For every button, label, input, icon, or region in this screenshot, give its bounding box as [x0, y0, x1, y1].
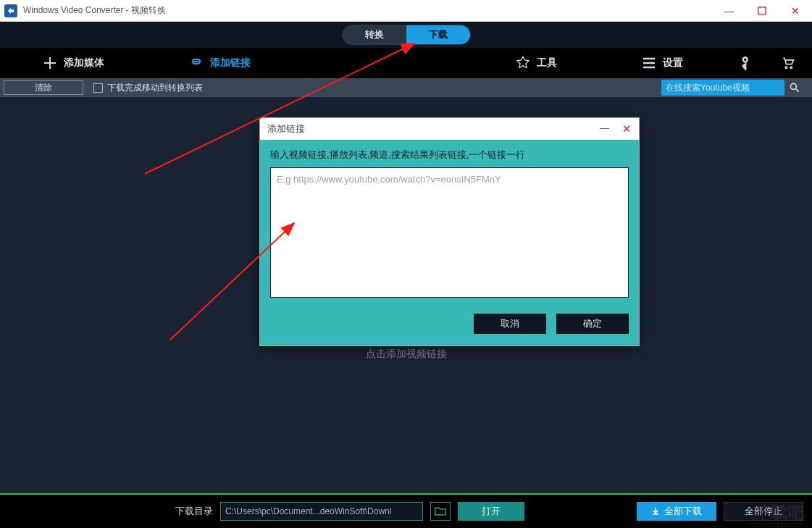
- add-link-button[interactable]: 添加链接: [175, 48, 264, 78]
- window-title: Windows Video Converter - 视频转换: [23, 4, 166, 17]
- dialog-note: 输入视频链接,播放列表,频道,搜索结果列表链接,一个链接一行: [270, 148, 629, 162]
- mode-download[interactable]: 下载: [406, 25, 470, 44]
- maximize-button[interactable]: [745, 0, 779, 22]
- clear-button[interactable]: 清除: [4, 80, 83, 95]
- minimize-button[interactable]: —: [712, 0, 745, 22]
- dialog-titlebar: 添加链接 — ✕: [260, 118, 639, 140]
- download-all-label: 全部下载: [664, 505, 702, 518]
- toolbar: 添加媒体 添加链接 工具 设置: [0, 48, 812, 78]
- tools-label: 工具: [537, 56, 557, 70]
- close-button[interactable]: ✕: [779, 0, 812, 22]
- star-icon: [515, 55, 531, 71]
- checkbox-box: [93, 83, 103, 93]
- subbar: 清除 下载完成移动到转换列表: [0, 78, 812, 97]
- add-media-button[interactable]: 添加媒体: [29, 48, 117, 78]
- move-after-download-checkbox[interactable]: 下载完成移动到转换列表: [93, 82, 203, 94]
- move-after-download-label: 下载完成移动到转换列表: [107, 82, 203, 94]
- search-wrap: [661, 80, 805, 96]
- cancel-button[interactable]: 取消: [474, 314, 546, 334]
- open-folder-button[interactable]: 打开: [458, 502, 524, 521]
- tools-button[interactable]: 工具: [502, 48, 570, 78]
- window-controls: — ✕: [712, 0, 812, 22]
- watermark-url: www.xiazaiba.com: [750, 521, 803, 528]
- download-path-field[interactable]: C:\Users\pc\Document...deoWinSoft\Downl: [220, 502, 423, 521]
- link-icon: [188, 55, 204, 71]
- titlebar: Windows Video Converter - 视频转换 — ✕: [0, 0, 812, 22]
- mode-convert[interactable]: 转换: [343, 25, 406, 44]
- download-all-button[interactable]: 全部下载: [637, 502, 716, 521]
- bottombar: 下载目录 C:\Users\pc\Document...deoWinSoft\D…: [0, 495, 812, 528]
- dialog-close-button[interactable]: ✕: [622, 122, 632, 135]
- add-link-hint: 点击添加视频链接: [366, 348, 447, 361]
- menu-icon: [641, 55, 657, 71]
- mode-switcher: 转换 下载: [342, 25, 471, 45]
- dialog-minimize-button[interactable]: —: [600, 122, 609, 135]
- download-icon: [651, 507, 660, 516]
- browse-folder-button[interactable]: [430, 502, 451, 521]
- cart-icon: [780, 55, 796, 71]
- svg-point-2: [790, 83, 796, 89]
- key-icon: [738, 55, 754, 71]
- add-media-label: 添加媒体: [64, 56, 104, 70]
- dialog-body: 输入视频链接,播放列表,频道,搜索结果列表链接,一个链接一行 取消 确定: [260, 140, 639, 345]
- search-input[interactable]: [661, 80, 784, 96]
- settings-label: 设置: [663, 56, 683, 70]
- svg-rect-1: [758, 7, 766, 14]
- cart-button[interactable]: [767, 48, 812, 78]
- links-textarea[interactable]: [270, 167, 629, 298]
- key-button[interactable]: [725, 48, 767, 78]
- dialog-title: 添加链接: [267, 122, 305, 135]
- add-link-label: 添加链接: [210, 56, 251, 70]
- add-link-dialog: 添加链接 — ✕ 输入视频链接,播放列表,频道,搜索结果列表链接,一个链接一行 …: [259, 117, 640, 346]
- app-body: 转换 下载 添加媒体 添加链接 工具 设置 清除: [0, 22, 812, 528]
- app-icon: [4, 4, 17, 17]
- settings-button[interactable]: 设置: [628, 48, 696, 78]
- mode-row: 转换 下载: [0, 22, 812, 48]
- search-icon: [789, 82, 800, 93]
- main-area: 点击添加视频链接 添加链接 — ✕ 输入视频链接,播放列表,频道,搜索结果列表链…: [0, 97, 812, 493]
- dialog-actions: 取消 确定: [270, 314, 629, 334]
- ok-button[interactable]: 确定: [556, 314, 629, 334]
- plus-icon: [42, 55, 58, 71]
- folder-icon: [435, 506, 446, 516]
- search-button[interactable]: [784, 80, 805, 96]
- download-dir-label: 下载目录: [175, 505, 213, 518]
